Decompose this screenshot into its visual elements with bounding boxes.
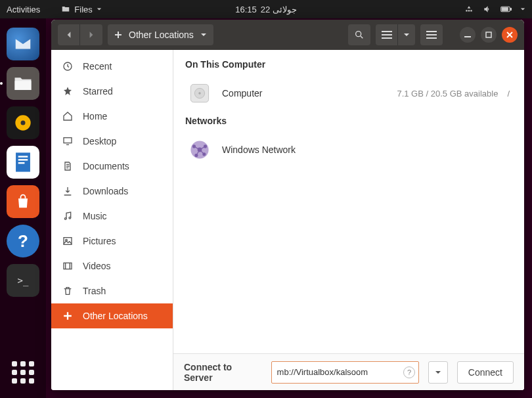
- svg-rect-10: [382, 31, 392, 32]
- music-icon: [62, 210, 74, 222]
- sidebar-item-label: Recent: [83, 61, 112, 72]
- dock-item-terminal[interactable]: >_: [7, 264, 39, 297]
- clock[interactable]: جولائی 22 16:15: [235, 5, 297, 14]
- chevron-down-icon: [435, 369, 441, 376]
- maximize-button[interactable]: [481, 27, 497, 43]
- svg-rect-7: [18, 159, 28, 160]
- sidebar-item-downloads[interactable]: Downloads: [51, 179, 173, 204]
- chevron-down-icon: [97, 7, 102, 12]
- menu-icon: [426, 30, 437, 39]
- sidebar-item-label: Starred: [83, 86, 113, 97]
- harddisk-icon: [188, 81, 211, 105]
- sidebar-item-music[interactable]: Music: [51, 204, 173, 229]
- close-button[interactable]: [502, 27, 518, 43]
- sidebar-item-desktop[interactable]: Desktop: [51, 129, 173, 154]
- entry-label: Windows Network: [222, 144, 296, 155]
- dock-item-rhythmbox[interactable]: [7, 106, 39, 139]
- sidebar-item-recent[interactable]: Recent: [51, 54, 173, 79]
- server-address-input[interactable]: [271, 361, 420, 384]
- view-dropdown-button[interactable]: [398, 24, 415, 45]
- videos-icon: [62, 260, 74, 272]
- path-bar[interactable]: Other Locations: [108, 24, 213, 45]
- svg-point-20: [64, 218, 66, 220]
- plus-icon: [62, 310, 74, 322]
- sidebar-item-pictures[interactable]: Pictures: [51, 229, 173, 254]
- sidebar-item-documents[interactable]: Documents: [51, 154, 173, 179]
- folder-icon: [61, 5, 70, 14]
- svg-rect-2: [502, 8, 508, 11]
- entry-windows-network[interactable]: Windows Network: [185, 134, 512, 172]
- network-workgroup-icon: [188, 138, 211, 162]
- minimize-button[interactable]: [460, 27, 476, 43]
- forward-button[interactable]: [80, 24, 102, 45]
- section-on-this-computer: On This Computer: [185, 59, 512, 70]
- help-icon[interactable]: ?: [403, 366, 415, 378]
- path-label: Other Locations: [129, 30, 194, 40]
- svg-point-21: [69, 217, 71, 219]
- sidebar-item-trash[interactable]: Trash: [51, 278, 173, 303]
- clock-date: جولائی 22: [261, 5, 297, 14]
- clock-time: 16:15: [235, 5, 257, 14]
- view-list-button[interactable]: [376, 24, 398, 45]
- server-history-dropdown[interactable]: [428, 361, 448, 384]
- app-menu-label: Files: [74, 5, 92, 14]
- writer-icon: [13, 151, 33, 173]
- help-icon: ?: [18, 231, 28, 252]
- entry-label: Computer: [222, 88, 262, 99]
- sidebar-item-other-locations[interactable]: Other Locations: [51, 303, 173, 328]
- chevron-right-icon: [87, 31, 95, 39]
- trash-icon: [62, 285, 74, 297]
- download-icon: [62, 185, 74, 197]
- chevron-down-icon: [520, 7, 525, 12]
- sidebar-item-label: Desktop: [83, 136, 116, 146]
- app-menu[interactable]: Files: [61, 5, 101, 14]
- sidebar-item-label: Downloads: [83, 186, 128, 196]
- connect-to-server-bar: Connect to Server ? Connect: [173, 353, 524, 390]
- battery-icon: [500, 5, 512, 14]
- chevron-left-icon: [65, 31, 73, 39]
- list-icon: [382, 30, 392, 39]
- back-button[interactable]: [58, 24, 80, 45]
- clock-icon: [62, 60, 74, 72]
- sidebar-item-label: Documents: [83, 161, 129, 171]
- files-window: Other Locations: [51, 20, 524, 390]
- system-status-area[interactable]: [464, 5, 525, 14]
- activities-label: Activities: [7, 5, 40, 14]
- activities-button[interactable]: Activities: [7, 5, 40, 14]
- entry-usage: 7.1 GB / 20.5 GB available: [397, 89, 498, 99]
- dock-item-files[interactable]: [7, 67, 39, 100]
- entry-computer[interactable]: Computer 7.1 GB / 20.5 GB available /: [185, 77, 512, 116]
- places-sidebar: Recent Starred Home Desktop Documents Do…: [51, 50, 173, 390]
- sidebar-item-starred[interactable]: Starred: [51, 79, 173, 104]
- star-icon: [62, 85, 74, 97]
- entry-path: /: [507, 89, 510, 99]
- dock-item-software[interactable]: [7, 185, 39, 218]
- dock-item-libreoffice[interactable]: [7, 146, 39, 179]
- thunderbird-icon: [13, 34, 33, 54]
- svg-point-9: [356, 32, 361, 37]
- pictures-icon: [62, 235, 74, 247]
- svg-rect-15: [426, 37, 437, 39]
- volume-icon: [482, 5, 493, 14]
- sidebar-item-videos[interactable]: Videos: [51, 254, 173, 278]
- svg-rect-24: [64, 263, 72, 269]
- sidebar-item-home[interactable]: Home: [51, 104, 173, 129]
- search-button[interactable]: [348, 24, 370, 45]
- connect-to-server-label: Connect to Server: [184, 362, 253, 383]
- svg-rect-1: [510, 9, 512, 11]
- svg-rect-8: [18, 162, 25, 164]
- svg-rect-13: [426, 31, 437, 32]
- maximize-icon: [485, 32, 492, 38]
- dock: ? >_: [0, 18, 46, 398]
- svg-rect-12: [382, 37, 392, 39]
- svg-rect-6: [18, 156, 28, 157]
- connect-button[interactable]: Connect: [457, 361, 514, 384]
- dock-item-help[interactable]: ?: [7, 225, 39, 257]
- plus-icon: [114, 31, 122, 39]
- dock-item-thunderbird[interactable]: [7, 28, 39, 60]
- sidebar-item-label: Trash: [83, 286, 106, 296]
- hamburger-menu-button[interactable]: [420, 24, 443, 45]
- chevron-down-icon: [403, 32, 410, 38]
- svg-rect-19: [64, 138, 72, 143]
- show-applications-button[interactable]: [7, 356, 39, 389]
